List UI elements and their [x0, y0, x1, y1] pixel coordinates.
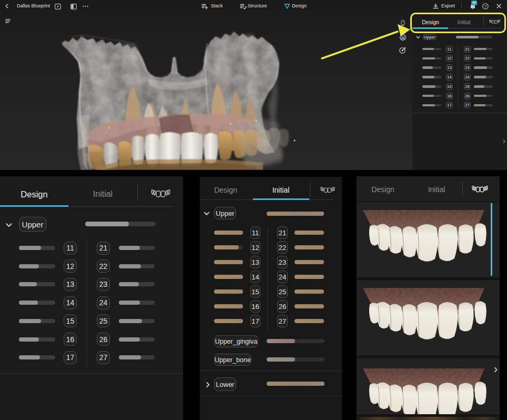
svg-text:?: ? — [484, 4, 486, 9]
